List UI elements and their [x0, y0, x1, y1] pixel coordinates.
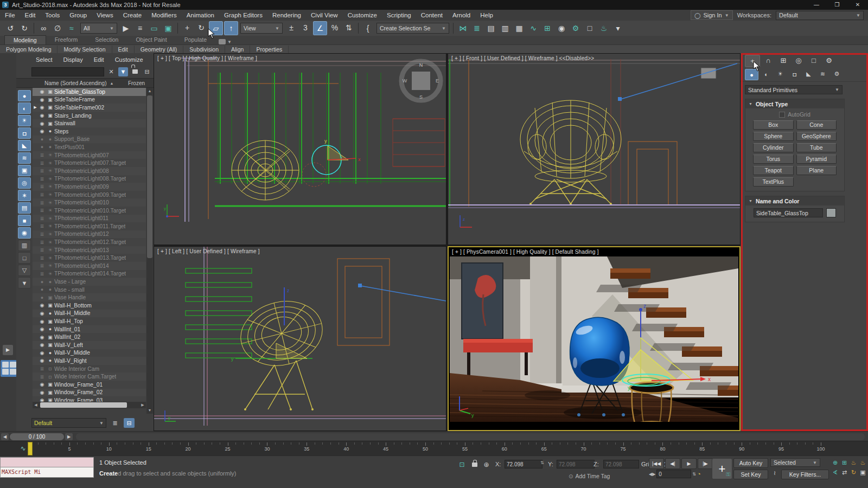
visibility-icon[interactable]: ◉	[38, 129, 46, 134]
menu-create[interactable]: Create	[118, 10, 147, 21]
curve-editor-icon[interactable]: ∿	[527, 22, 540, 35]
layer-list-icon[interactable]: ≣	[110, 418, 120, 428]
ribbon-sec-polygon-modeling[interactable]: Polygon Modeling	[0, 46, 58, 54]
select-and-move-icon[interactable]: +	[181, 21, 194, 34]
ribbon-tab-populate[interactable]: Populate	[176, 35, 215, 44]
viewport-camera-label[interactable]: [ + ] [ PhysCamera001 ] [ High Quality ]…	[452, 249, 599, 255]
visibility-icon[interactable]: ◉	[38, 97, 46, 102]
create-tube-button[interactable]: Tube	[796, 143, 837, 152]
scene-explorer-row[interactable]: ◉ ▣ WallInt_02	[33, 333, 146, 341]
scene-explorer-row[interactable]: ≣ ☀ TPhotometricLight013.Target	[33, 254, 146, 262]
scroll-right-icon[interactable]: ▶	[139, 402, 146, 408]
create-textplus-button[interactable]: TextPlus	[753, 177, 794, 187]
create-cat-spacewarps-icon[interactable]: ≋	[816, 69, 829, 79]
create-pyramid-button[interactable]: Pyramid	[796, 155, 837, 164]
current-frame-field[interactable]	[656, 470, 691, 478]
maxscript-macro-recorder[interactable]	[0, 457, 94, 467]
panel-tab-utilities-icon[interactable]: ⚙	[822, 55, 836, 66]
create-geosphere-button[interactable]: GeoSphere	[796, 132, 837, 141]
angle-snap-icon[interactable]: ∠	[313, 21, 327, 35]
close-button[interactable]: ✕	[847, 0, 868, 10]
ribbon-sec-geometry-all[interactable]: Geometry (All)	[135, 46, 184, 54]
visibility-icon[interactable]: ≣	[38, 223, 46, 229]
visibility-icon[interactable]: ≣	[38, 366, 46, 371]
scene-explorer-row[interactable]: ◉ ▣ Window_Frame_02	[33, 389, 146, 397]
column-frozen[interactable]: Frozen	[128, 80, 145, 86]
create-selection-set-field[interactable]: Create Selection Se▼	[376, 23, 449, 34]
scene-explorer-row[interactable]: ≣ ☀ TPhotometricLight010.Target	[33, 207, 146, 215]
scene-explorer-row[interactable]: ◉ ● WallInt_01	[33, 325, 146, 333]
visibility-icon[interactable]: ◉	[38, 335, 46, 340]
menu-customize[interactable]: Customize	[343, 10, 382, 21]
layout-tab-arrow-button[interactable]: ▶	[3, 345, 13, 355]
explorer-menu-edit[interactable]: Edit	[90, 56, 108, 63]
rectangular-selection-icon[interactable]: ▭	[148, 22, 161, 35]
viewport-layout-tab[interactable]	[1, 360, 17, 377]
visibility-icon[interactable]: ●	[38, 279, 46, 285]
create-cylinder-button[interactable]: Cylinder	[753, 143, 794, 152]
visibility-icon[interactable]: ◉	[38, 89, 46, 94]
scene-explorer-row[interactable]: ● ● Vase - Large	[33, 278, 146, 286]
set-keys-button[interactable]: +⚿	[712, 458, 732, 479]
lock-explorer-icon[interactable]	[130, 67, 140, 76]
x-coordinate-field[interactable]	[505, 460, 542, 468]
filter-spacewarps-icon[interactable]: ≋	[18, 152, 31, 164]
auto-key-button[interactable]: Auto Key	[733, 458, 768, 468]
y-coordinate-field[interactable]	[557, 460, 595, 468]
ribbon-sec-align[interactable]: Align	[225, 46, 250, 54]
material-editor-icon[interactable]: ◉	[555, 22, 568, 35]
maximize-viewport-toggle-icon[interactable]: ▣	[859, 468, 867, 477]
visibility-icon[interactable]: ≣	[38, 247, 46, 253]
visibility-icon[interactable]: ◉	[38, 303, 46, 308]
visibility-icon[interactable]: ≣	[38, 255, 46, 261]
visibility-icon[interactable]: ◉	[38, 382, 46, 387]
ribbon-tab-selection[interactable]: Selection	[86, 35, 127, 44]
visibility-icon[interactable]: ≣	[38, 200, 46, 206]
viewport-top[interactable]: [ + ] [ Top ] [ High Quality ] [ Wirefra…	[154, 53, 446, 245]
filter-helpers-icon[interactable]: ◣	[18, 140, 31, 151]
unlink-selection-icon[interactable]: ∅	[51, 22, 64, 35]
rendered-frame-icon[interactable]: □	[583, 22, 596, 35]
layer-manager-icon[interactable]: ▤	[484, 22, 497, 35]
x-spinner[interactable]: ⇅	[540, 460, 544, 465]
filter-cameras-icon[interactable]: ◘	[18, 127, 31, 139]
object-color-swatch[interactable]	[826, 208, 836, 217]
visibility-icon[interactable]: ◉	[38, 326, 46, 332]
spinner-snap-icon[interactable]: ⇅	[342, 21, 355, 34]
bind-to-spacewarp-icon[interactable]: ≈	[65, 22, 78, 35]
display-frozen-icon[interactable]: □	[18, 252, 31, 264]
maximize-button[interactable]: ❐	[827, 0, 847, 10]
menu-help[interactable]: Help	[475, 10, 498, 21]
key-mode-icon[interactable]: ≀	[770, 470, 779, 477]
viewport-front[interactable]: [ + ] [ Front ] [ User Defined ] [ Wiref…	[448, 53, 741, 245]
create-box-button[interactable]: Box	[753, 120, 794, 130]
undo-icon[interactable]: ↺	[4, 22, 17, 35]
visibility-icon[interactable]: ●	[38, 137, 46, 142]
pan-icon[interactable]: ⇄	[840, 468, 848, 477]
filter-groups-icon[interactable]: ▣	[18, 165, 31, 176]
scene-explorer-row[interactable]: ◉ ▣ SideTableFrame	[33, 96, 146, 104]
mirror-icon[interactable]: ⋈	[456, 22, 469, 35]
panel-tab-create-icon[interactable]: +	[745, 55, 760, 67]
filter-lights-icon[interactable]: ☀	[18, 115, 31, 126]
select-object-icon[interactable]: ▶	[119, 22, 132, 35]
zoom-extents-icon[interactable]: ♨	[850, 458, 858, 467]
align-icon[interactable]: ≣	[470, 22, 483, 35]
visibility-icon[interactable]: ●	[38, 144, 46, 150]
visibility-icon[interactable]: ◉	[38, 390, 46, 395]
filter-clear-icon[interactable]: ▽	[18, 265, 31, 276]
create-cat-geometry-icon[interactable]: ●	[745, 69, 758, 80]
scene-explorer-row[interactable]: ● ▣ Vase Handle	[33, 293, 146, 301]
sign-in-button[interactable]: ◯ Sign In ▼	[691, 10, 732, 20]
scene-explorer-row[interactable]: ◉ ▣ Wall-V_Left	[33, 341, 146, 349]
select-by-name-icon[interactable]: ≡	[133, 22, 146, 35]
filter-objects-icon[interactable]: ●	[18, 90, 31, 101]
scene-explorer-row[interactable]: ◉ ● Wall-V_Right	[33, 357, 146, 365]
schematic-view-icon[interactable]: ⊞	[541, 22, 554, 35]
zoom-extents-all-icon[interactable]: ♨	[859, 458, 867, 467]
visibility-icon[interactable]: ◉	[38, 350, 46, 356]
clear-search-icon[interactable]: ✕	[106, 67, 116, 76]
explorer-menu-display[interactable]: Display	[59, 56, 87, 63]
scene-explorer-row[interactable]: ◉ ● Wall-H_Middle	[33, 310, 146, 318]
select-and-link-icon[interactable]: ∞	[37, 22, 50, 35]
